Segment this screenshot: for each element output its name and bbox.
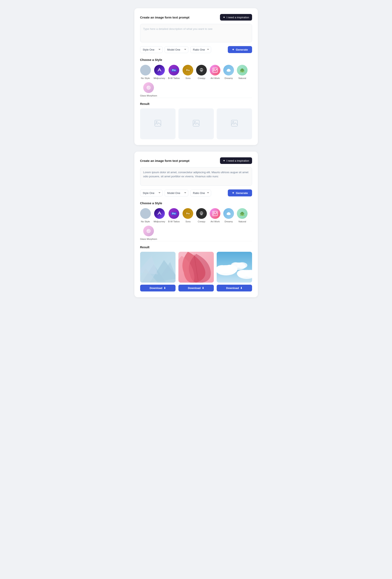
- style-circle-bwtattoo-1: Pro: [168, 65, 179, 75]
- generate-btn-label-2: Generate: [236, 192, 248, 195]
- svg-point-37: [240, 213, 242, 215]
- pro-badge-sora-1: Pro: [185, 69, 191, 72]
- style-name-creepy-1: Creepy: [198, 77, 205, 79]
- svg-rect-25: [201, 215, 201, 215]
- card-2-header: Create an image form text prompt ✦ I nee…: [140, 157, 252, 164]
- style-name-creepy-2: Creepy: [198, 220, 205, 223]
- svg-rect-29: [213, 211, 217, 216]
- download-icon-1: ⬇: [163, 287, 166, 290]
- style-name-glass-1: Glass Morphism: [140, 94, 157, 97]
- svg-point-10: [227, 69, 230, 71]
- style-item-creepy-2[interactable]: Creepy: [196, 208, 207, 223]
- inspiration-btn-label-1: I need a inspiration: [227, 16, 249, 19]
- style-item-artwork-1[interactable]: Art Work: [210, 65, 220, 79]
- card-1-title: Create an image form text prompt: [140, 16, 189, 19]
- result-image-2: [178, 252, 214, 283]
- style-name-natural-2: Natural: [238, 220, 246, 223]
- download-button-1[interactable]: Download ⬇: [140, 285, 175, 291]
- result-section-2: Result: [140, 241, 252, 291]
- style-item-no-style-1[interactable]: No Style: [140, 65, 151, 79]
- style-circle-natural-2: [237, 208, 247, 219]
- skull-icon-1: [199, 67, 204, 73]
- result-placeholder-1: [140, 108, 175, 139]
- midjourney-icon-1: [156, 67, 163, 73]
- style-circle-natural-1: [237, 65, 247, 75]
- style-name-artwork-1: Art Work: [211, 77, 220, 79]
- style-name-natural-1: Natural: [238, 77, 246, 79]
- svg-point-59: [237, 262, 247, 268]
- style-circle-creepy-2: [196, 208, 207, 219]
- card-1-header: Create an image form text prompt ✦ I nee…: [140, 14, 252, 21]
- result-section-1: Result: [140, 98, 252, 139]
- style-item-creepy-1[interactable]: Creepy: [196, 65, 207, 79]
- card-1: Create an image form text prompt ✦ I nee…: [134, 8, 258, 145]
- choose-style-label-2: Choose a Style: [140, 201, 252, 205]
- blue-abstract-svg: [140, 252, 175, 283]
- style-item-midjourney-2[interactable]: Midjourney: [154, 208, 165, 223]
- svg-point-24: [200, 212, 203, 215]
- result-item-1: Download ⬇: [140, 252, 175, 291]
- style-item-bwtattoo-2[interactable]: Pro B-W Tattoo: [168, 208, 180, 223]
- model-dropdown-2[interactable]: Model One Model Two Model Three: [165, 190, 188, 196]
- prompt-textarea-1[interactable]: [140, 24, 252, 42]
- inspiration-button-2[interactable]: ✦ I need a inspiration: [220, 157, 252, 164]
- style-item-dreamy-1[interactable]: Dreamy: [223, 65, 234, 79]
- generate-button-2[interactable]: ✦ Generate: [228, 189, 252, 196]
- style-item-dreamy-2[interactable]: Dreamy: [223, 208, 234, 223]
- style-circle-artwork-1: [210, 65, 220, 75]
- style-item-natural-1[interactable]: Natural: [237, 65, 247, 79]
- style-circle-no-style-1: [140, 65, 151, 75]
- result-grid-2: Download ⬇: [140, 252, 252, 291]
- style-item-glass-2[interactable]: Glass Morphism: [140, 226, 157, 240]
- spark-icon-1: ✦: [223, 16, 225, 19]
- style-dropdown-1[interactable]: Style One Style Two Style Three: [140, 46, 162, 53]
- placeholder-icon-2: [192, 120, 200, 128]
- card-2-title: Create an image form text prompt: [140, 159, 189, 162]
- svg-rect-22: [231, 120, 237, 126]
- download-button-3[interactable]: Download ⬇: [217, 285, 252, 291]
- style-circle-creepy-1: [196, 65, 207, 75]
- style-item-sora-2[interactable]: Pro Sora: [182, 208, 193, 223]
- style-circle-midjourney-1: [154, 65, 165, 75]
- style-item-sora-1[interactable]: Pro Sora: [182, 65, 193, 79]
- model-dropdown-1[interactable]: Model One Model Two Model Three: [165, 46, 188, 53]
- generate-spark-icon-2: ✦: [232, 191, 234, 195]
- style-dropdown-2[interactable]: Style One Style Two Style Three: [140, 190, 162, 196]
- midjourney-icon-2: [156, 210, 163, 217]
- ratio-dropdown-2[interactable]: Ratio One 1:1 16:9 9:16: [190, 190, 211, 196]
- style-item-glass-1[interactable]: Glass Morphism: [140, 82, 157, 97]
- style-name-glass-2: Glass Morphism: [140, 238, 157, 240]
- prompt-textarea-2[interactable]: Lorem ipsum dolor sit amet, consectetur …: [140, 167, 252, 186]
- style-item-artwork-2[interactable]: Art Work: [210, 208, 220, 223]
- style-item-natural-2[interactable]: Natural: [237, 208, 247, 223]
- style-item-no-style-2[interactable]: No Style: [140, 208, 151, 223]
- pro-badge-bwtattoo-1: Pro: [171, 69, 177, 72]
- inspiration-btn-label-2: I need a inspiration: [227, 159, 249, 162]
- style-name-dreamy-2: Dreamy: [225, 220, 233, 223]
- ratio-dropdown-1[interactable]: Ratio One 1:1 16:9 9:16: [190, 46, 211, 53]
- svg-point-14: [242, 69, 244, 71]
- artwork-icon-2: [212, 211, 218, 217]
- svg-rect-5: [213, 68, 217, 72]
- style-name-bwtattoo-1: B-W Tattoo: [168, 77, 180, 79]
- controls-row-2: Style One Style Two Style Three Model On…: [140, 189, 252, 196]
- result-label-1: Result: [140, 102, 252, 106]
- style-item-bwtattoo-1[interactable]: Pro B-W Tattoo: [168, 65, 180, 79]
- result-item-3: Download ⬇: [217, 252, 252, 291]
- result-placeholder-3: [217, 108, 252, 139]
- download-label-2: Download: [188, 287, 201, 290]
- result-image-1: [140, 252, 175, 283]
- inspiration-button-1[interactable]: ✦ I need a inspiration: [220, 14, 252, 21]
- download-button-2[interactable]: Download ⬇: [178, 285, 214, 291]
- dreamy-icon-1: [226, 67, 232, 73]
- style-name-midjourney-2: Midjourney: [154, 220, 165, 223]
- result-image-3: [217, 252, 252, 283]
- svg-rect-1: [201, 71, 201, 72]
- style-item-midjourney-1[interactable]: Midjourney: [154, 65, 165, 79]
- placeholder-icon-3: [231, 120, 238, 128]
- artwork-icon-1: [212, 67, 218, 73]
- style-circle-no-style-2: [140, 208, 151, 219]
- generate-button-1[interactable]: ✦ Generate: [228, 46, 252, 53]
- svg-point-0: [200, 68, 203, 71]
- svg-rect-15: [240, 72, 244, 72]
